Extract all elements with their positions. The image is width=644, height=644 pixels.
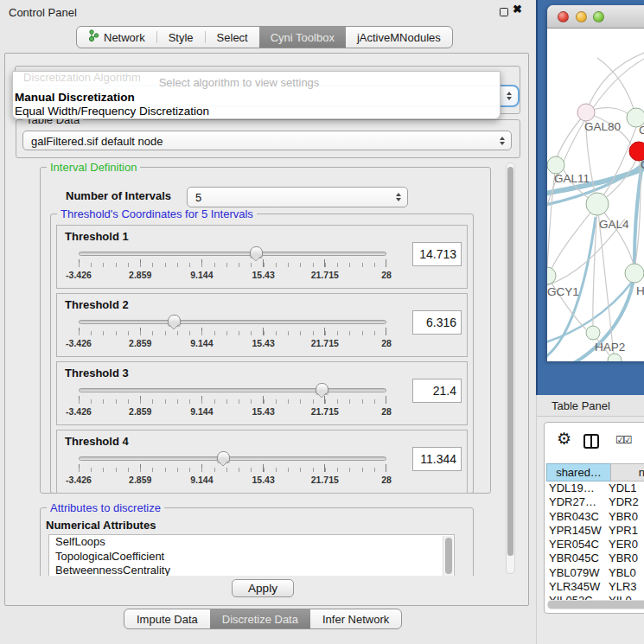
settings-scrollbar-thumb[interactable] bbox=[507, 167, 513, 556]
table-row[interactable]: YBL079W YBL0 bbox=[546, 566, 644, 580]
slider-thumb[interactable] bbox=[250, 246, 263, 258]
thresholds-group-title: Threshold's Coordinates for 5 Intervals bbox=[57, 207, 257, 220]
node-gal4[interactable] bbox=[586, 193, 609, 215]
table-panel-box: ⚙ ☑☑ shared… na YDL19… YDL1 YDR27… YDR2 bbox=[544, 422, 644, 614]
horizontal-scrollbar-thumb[interactable] bbox=[548, 601, 644, 609]
tab-jactivemnodules[interactable]: jActiveMNodules bbox=[346, 27, 452, 48]
node-right[interactable] bbox=[625, 264, 644, 283]
slider-track[interactable] bbox=[79, 252, 386, 256]
tab-select[interactable]: Select bbox=[206, 27, 259, 48]
table-data-value: galFiltered.sif default node bbox=[31, 134, 163, 147]
list-item[interactable]: SelfLoops bbox=[49, 535, 454, 550]
table-row[interactable]: YDR27… YDR2 bbox=[546, 495, 644, 509]
close-traffic-light-icon[interactable] bbox=[558, 11, 569, 22]
slider-track[interactable] bbox=[79, 456, 386, 461]
list-scrollbar-thumb[interactable] bbox=[445, 538, 452, 574]
threshold-slider: -3.426 2.859 9.144 15.43 21.715 28 bbox=[79, 246, 386, 286]
number-of-intervals-label: Number of Intervals bbox=[66, 189, 171, 202]
table-row[interactable]: YLR345W YLR3 bbox=[546, 580, 644, 594]
dropdown-hint-option[interactable]: Select algorithm to view settings bbox=[13, 76, 465, 89]
network-icon bbox=[88, 29, 99, 45]
threshold-slider: -3.426 2.859 9.144 15.43 21.715 28 bbox=[79, 383, 386, 423]
slider-thumb[interactable] bbox=[168, 315, 181, 326]
columns-icon[interactable] bbox=[583, 434, 599, 449]
slider-thumb[interactable] bbox=[217, 451, 230, 462]
thresholds-group: Threshold's Coordinates for 5 Intervals … bbox=[50, 214, 474, 494]
tab-cyni-toolbox[interactable]: Cyni Toolbox bbox=[259, 27, 346, 48]
slider-tick-labels: -3.426 2.859 9.144 15.43 21.715 28 bbox=[79, 406, 386, 418]
network-window: GAL80 GA C GAL11 GAL4 GCY1 H HAP2 bbox=[547, 5, 644, 361]
combo-stepper-icon bbox=[507, 89, 512, 103]
attributes-group-title: Attributes to discretize bbox=[47, 501, 164, 514]
slider-minor-ticks bbox=[79, 331, 386, 335]
table-row[interactable]: YER054C YER0 bbox=[546, 538, 644, 552]
bottom-tabbar: Impute Data Discretize Data Infer Networ… bbox=[124, 609, 402, 629]
float-window-icon[interactable] bbox=[500, 8, 508, 16]
network-view-pane: GAL80 GA C GAL11 GAL4 GCY1 H HAP2 bbox=[536, 0, 644, 395]
number-of-intervals-combobox[interactable]: 5 bbox=[187, 187, 408, 207]
node-hap2[interactable] bbox=[586, 326, 600, 340]
algorithm-dropdown-popup: Discretization Algorithm Select algorith… bbox=[12, 71, 501, 119]
table-row[interactable]: YDL19… YDL1 bbox=[546, 481, 644, 495]
gear-icon[interactable]: ⚙ bbox=[557, 430, 571, 447]
tab-style[interactable]: Style bbox=[157, 27, 205, 48]
interval-definition-title: Interval Definition bbox=[47, 161, 140, 174]
slider-minor-ticks bbox=[79, 399, 386, 404]
label-hap2: HAP2 bbox=[595, 341, 625, 354]
table-panel-title: Table Panel bbox=[552, 399, 610, 412]
settings-scroll-area: Interval Definition Number of Intervals … bbox=[10, 161, 520, 576]
numerical-attributes-label: Numerical Attributes bbox=[46, 519, 156, 532]
dropdown-option-manual[interactable]: Manual Discretization bbox=[15, 91, 135, 104]
node-bottom-partial[interactable] bbox=[608, 354, 622, 361]
dropdown-option-equal-width[interactable]: Equal Width/Frequency Discretization bbox=[15, 105, 209, 118]
horizontal-scrollbar[interactable] bbox=[547, 600, 644, 609]
table-panel-region: Table Panel ⚙ ☑☑ shared… na YDL19… YDL1 … bbox=[536, 395, 644, 644]
combo-stepper-icon bbox=[500, 134, 505, 148]
node-gal11[interactable] bbox=[547, 156, 564, 174]
slider-track[interactable] bbox=[79, 388, 386, 392]
list-item[interactable]: TopologicalCoefficient bbox=[49, 550, 454, 564]
label-gal4: GAL4 bbox=[599, 218, 629, 231]
column-header-name[interactable]: na bbox=[610, 463, 644, 481]
apply-button[interactable]: Apply bbox=[232, 579, 294, 597]
threshold-value-field[interactable]: 11.344 bbox=[412, 447, 462, 471]
table-row[interactable]: YPR145W YPR1 bbox=[546, 524, 644, 538]
node-pink[interactable] bbox=[577, 104, 595, 121]
threshold-value-field[interactable]: 6.316 bbox=[412, 310, 462, 335]
table-data-combobox[interactable]: galFiltered.sif default node bbox=[22, 131, 512, 150]
combo-stepper-icon bbox=[396, 190, 401, 204]
threshold-label: Threshold 1 bbox=[65, 230, 129, 243]
column-header-shared[interactable]: shared… bbox=[546, 463, 611, 481]
close-icon[interactable]: ✖ bbox=[513, 3, 522, 16]
zoom-traffic-light-icon[interactable] bbox=[593, 11, 604, 22]
threshold-value-field[interactable]: 14.713 bbox=[412, 242, 462, 266]
tab-infer-network[interactable]: Infer Network bbox=[310, 609, 401, 628]
table-row[interactable]: YBR043C YBR0 bbox=[546, 510, 644, 524]
list-item[interactable]: BetweennessCentrality bbox=[49, 564, 454, 576]
list-scrollbar[interactable] bbox=[443, 536, 453, 576]
tab-network[interactable]: Network bbox=[77, 27, 156, 48]
slider-minor-ticks bbox=[79, 468, 386, 472]
slider-track[interactable] bbox=[79, 320, 386, 324]
table-row[interactable]: YBR045C YBR0 bbox=[546, 552, 644, 565]
tab-discretize-data[interactable]: Discretize Data bbox=[210, 609, 310, 628]
settings-scrollbar[interactable] bbox=[506, 163, 515, 574]
table-rows: YDL19… YDL1 YDR27… YDR2 YBR043C YBR0 bbox=[546, 481, 644, 603]
label-partial-h: H bbox=[636, 284, 644, 297]
threshold-value-field[interactable]: 21.4 bbox=[412, 379, 462, 403]
tab-impute-data[interactable]: Impute Data bbox=[124, 609, 210, 628]
control-panel: Control Panel ✖ Network Style Select Cyn… bbox=[0, 0, 536, 644]
threshold-panel: Threshold 2 -3.426 2.859 9.144 bbox=[56, 293, 468, 357]
slider-tick-labels: -3.426 2.859 9.144 15.43 21.715 28 bbox=[79, 270, 386, 282]
label-partial-ga: GA bbox=[639, 124, 644, 137]
network-canvas[interactable]: GAL80 GA C GAL11 GAL4 GCY1 H HAP2 bbox=[547, 29, 644, 361]
minimize-traffic-light-icon[interactable] bbox=[576, 11, 587, 22]
node-gcy1[interactable] bbox=[547, 267, 556, 284]
slider-thumb[interactable] bbox=[316, 383, 328, 394]
checkboxes-icon[interactable]: ☑☑ bbox=[615, 434, 631, 446]
threshold-panel: Threshold 4 -3.426 2.859 9.144 bbox=[56, 430, 468, 494]
network-window-titlebar[interactable] bbox=[547, 5, 644, 29]
threshold-label: Threshold 2 bbox=[65, 298, 129, 311]
threshold-panel: Threshold 1 -3.426 2.859 9.144 bbox=[56, 225, 468, 289]
label-gal80: GAL80 bbox=[584, 120, 621, 133]
